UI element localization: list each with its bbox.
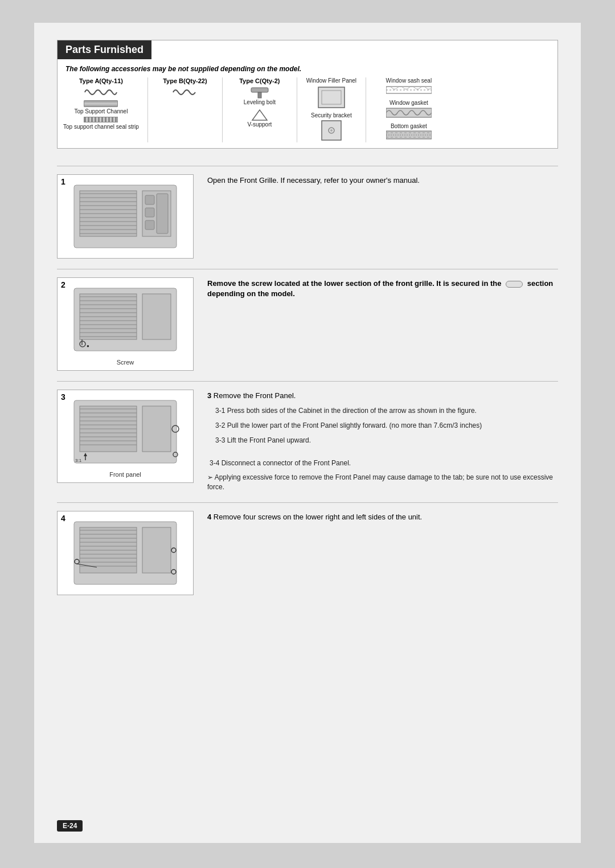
type-b-label: Type B(Qty-22) <box>163 77 207 84</box>
step-3-text: Remove the Front Panel. <box>214 391 296 400</box>
step-1-image: 1 <box>57 174 194 259</box>
step-1-main-text: Open the Front Grille. If necessary, ref… <box>207 175 558 186</box>
step-2-image: 2 <box>57 277 194 371</box>
top-support-channel-item: Top Support Channel Top support channel … <box>63 87 139 130</box>
step-3-sub-3: 3-3 Lift the Front Panel upward. <box>215 435 558 445</box>
leveling-bolt-label: Leveling bolt <box>244 99 276 105</box>
bottom-gasket-item: Bottom gasket <box>386 123 432 140</box>
step-3-content: 3 Remove the Front Panel. 3-1 Press both… <box>207 390 558 492</box>
v-support-label: V-support <box>247 121 272 128</box>
step-1-number: 1 <box>61 177 65 186</box>
type-a-items: Top Support Channel Top support channel … <box>63 87 139 131</box>
step-3-warning: ➢ Applying excessive force to remove the… <box>207 473 558 492</box>
step-1-row: 1 <box>57 166 558 259</box>
parts-furnished-title: Parts Furnished <box>58 40 151 59</box>
svg-rect-31 <box>157 194 168 234</box>
step-4-content: 4 Remove four screws on the lower right … <box>207 511 558 522</box>
leveling-bolt-item: Leveling bolt <box>244 87 276 105</box>
svg-rect-3 <box>318 87 345 108</box>
top-support-seal-label: Top support channel seal strip <box>63 124 139 130</box>
type-b-items <box>172 87 198 99</box>
step-3-row: 3 <box>57 381 558 492</box>
type-c-label: Type C(Qty-2) <box>239 77 280 84</box>
step-2-number: 2 <box>61 280 65 289</box>
channel-icon <box>84 100 118 107</box>
svg-text:3:1: 3:1 <box>75 458 82 463</box>
step-4-row: 4 <box>57 502 558 595</box>
type-b-col: Type B(Qty-22) <box>157 77 214 99</box>
step-3-number: 3 <box>61 392 65 402</box>
security-bracket-item: Security bracket <box>311 112 352 141</box>
step-1-content: Open the Front Grille. If necessary, ref… <box>207 174 558 186</box>
step-1-text: Open the Front Grille. If necessary, ref… <box>207 176 420 185</box>
step-3-sub-4: 3-4 Disconnect a connector of the Front … <box>210 458 558 468</box>
parts-grid: Type A(Qty-11) Top Support Channel <box>58 77 557 142</box>
step-4-main-text: 4 Remove four screws on the lower right … <box>207 512 558 522</box>
bottom-gasket-label: Bottom gasket <box>391 123 427 129</box>
divider-4 <box>366 77 366 142</box>
svg-rect-28 <box>145 195 154 204</box>
type-c-items: Leveling bolt V-support <box>244 87 276 129</box>
type-b-spring <box>172 87 198 98</box>
page: Parts Furnished The following accessorie… <box>34 23 581 843</box>
seal-strip-icon <box>84 117 118 122</box>
step-3-image: 3 <box>57 390 194 483</box>
divider-1 <box>147 77 148 142</box>
svg-rect-30 <box>145 220 154 230</box>
parts-note: The following accessories may be not sup… <box>58 63 557 77</box>
svg-rect-61 <box>142 406 171 452</box>
step-4-text: Remove four screws on the lower right an… <box>214 513 422 521</box>
window-filler-col: Window Filler Panel Security bracket <box>306 77 357 142</box>
step-2-content: Remove the screw located at the lower se… <box>207 277 558 299</box>
window-sash-seal-item: Window sash seal <box>386 77 432 95</box>
svg-marker-2 <box>252 110 267 120</box>
step-4-number: 4 <box>61 514 65 523</box>
window-filler-label: Window Filler Panel <box>306 77 356 84</box>
type-c-col: Type C(Qty-2) Leveling bolt V-support <box>231 77 288 129</box>
parts-furnished-section: Parts Furnished The following accessorie… <box>57 40 558 149</box>
svg-point-7 <box>330 129 333 132</box>
type-a-col: Type A(Qty-11) Top Support Channel <box>63 77 139 131</box>
step-2-bold-text: Remove the screw located at the lower se… <box>207 279 502 288</box>
svg-rect-1 <box>258 92 261 98</box>
step-2-main-text: Remove the screw located at the lower se… <box>207 279 558 299</box>
step-3-label: Front panel <box>109 471 141 478</box>
svg-rect-0 <box>251 88 268 92</box>
step-3-main-text: 3 Remove the Front Panel. <box>207 391 558 401</box>
window-filler-item: Window Filler Panel <box>306 77 356 109</box>
step-2-row: 2 <box>57 269 558 371</box>
spring-icon <box>84 87 118 99</box>
page-number: E-24 <box>57 820 83 832</box>
window-sash-seal-label: Window sash seal <box>386 77 432 84</box>
v-support-item: V-support <box>247 109 272 128</box>
gaskets-col: Window sash seal Window gasket Bott <box>375 77 443 141</box>
step-4-image: 4 <box>57 511 194 595</box>
step-3-sub-2: 3-2 Pull the lower part of the Front Pan… <box>215 420 558 431</box>
step-3-sub-2-text: 3-2 Pull the lower part of the Front Pan… <box>215 421 482 429</box>
step-3-sub-1: 3-1 Press both sides of the Cabinet in t… <box>215 406 558 416</box>
divider-3 <box>297 77 297 142</box>
divider-2 <box>222 77 223 142</box>
svg-rect-45 <box>142 294 171 339</box>
step-2-label: Screw <box>117 359 134 366</box>
window-gasket-item: Window gasket <box>386 100 432 118</box>
steps-area: 1 <box>57 166 558 605</box>
svg-rect-29 <box>145 208 154 217</box>
top-support-channel-label: Top Support Channel <box>74 108 128 114</box>
svg-text:●: ● <box>87 343 89 349</box>
shape-indicator <box>506 281 523 288</box>
type-a-label: Type A(Qty-11) <box>79 77 123 84</box>
window-gasket-label: Window gasket <box>390 100 428 106</box>
security-bracket-label: Security bracket <box>311 112 352 118</box>
svg-rect-79 <box>142 527 171 573</box>
